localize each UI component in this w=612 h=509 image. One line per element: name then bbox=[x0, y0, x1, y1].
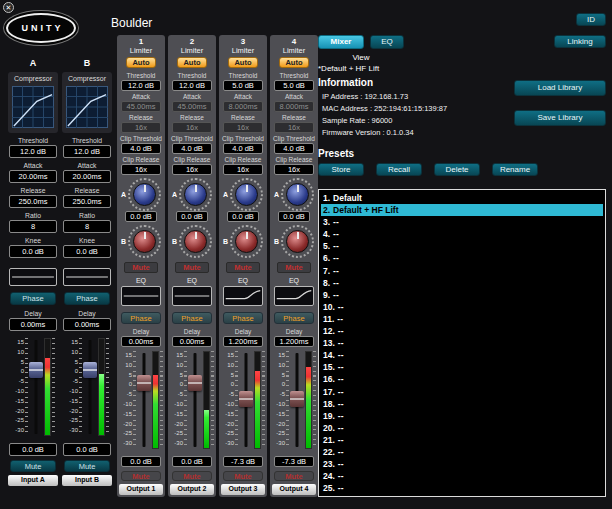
knob-b-dial[interactable] bbox=[133, 230, 156, 253]
limiter-mute-indicator[interactable]: Mute bbox=[277, 262, 311, 273]
preset-row[interactable]: 10. -- bbox=[321, 301, 603, 313]
mute-button[interactable]: Mute bbox=[121, 471, 161, 481]
eq-graph[interactable] bbox=[223, 286, 263, 306]
phase-button[interactable]: Phase bbox=[223, 312, 263, 324]
param-value-field[interactable]: 4.0 dB bbox=[274, 143, 314, 154]
limiter-knob-b[interactable] bbox=[230, 225, 263, 258]
mute-button[interactable]: Mute bbox=[274, 471, 314, 481]
input-fader[interactable] bbox=[83, 338, 97, 436]
param-value-field[interactable]: 16x bbox=[274, 122, 314, 133]
limiter-mute-indicator[interactable]: Mute bbox=[175, 262, 209, 273]
linking-button[interactable]: Linking bbox=[554, 35, 606, 48]
mute-button[interactable]: Mute bbox=[64, 460, 110, 472]
input-fader[interactable] bbox=[29, 338, 43, 436]
auto-button[interactable]: Auto bbox=[177, 57, 207, 68]
preset-row[interactable]: 23. -- bbox=[321, 458, 603, 470]
mute-button[interactable]: Mute bbox=[172, 471, 212, 481]
param-value-field[interactable]: 20.00ms bbox=[9, 170, 57, 183]
output-fader[interactable] bbox=[239, 351, 253, 449]
preset-row[interactable]: 8. -- bbox=[321, 277, 603, 289]
param-value-field[interactable]: 250.0ms bbox=[9, 195, 57, 208]
knob-b-dial[interactable] bbox=[184, 230, 207, 253]
mute-button[interactable]: Mute bbox=[223, 471, 263, 481]
mute-button[interactable]: Mute bbox=[10, 460, 56, 472]
delay-value-field[interactable]: 0.00ms bbox=[172, 336, 212, 347]
preset-row[interactable]: 9. -- bbox=[321, 289, 603, 301]
preset-row[interactable]: 20. -- bbox=[321, 422, 603, 434]
knob-b-dial[interactable] bbox=[286, 230, 309, 253]
preset-row[interactable]: 14. -- bbox=[321, 349, 603, 361]
param-value-field[interactable]: 8 bbox=[63, 220, 111, 233]
delay-value-field[interactable]: 1.200ms bbox=[274, 336, 314, 347]
preset-list[interactable]: 1. Default 2. Default + HF Lift 3. -- 4.… bbox=[318, 189, 606, 497]
fader-handle[interactable] bbox=[29, 362, 43, 378]
preset-row[interactable]: 15. -- bbox=[321, 361, 603, 373]
tab-eq[interactable]: EQ bbox=[370, 35, 404, 49]
param-value-field[interactable]: 16x bbox=[121, 164, 161, 175]
preset-row[interactable]: 17. -- bbox=[321, 386, 603, 398]
fader-handle[interactable] bbox=[137, 375, 151, 391]
output-fader[interactable] bbox=[290, 351, 304, 449]
param-value-field[interactable]: 8 bbox=[9, 220, 57, 233]
param-value-field[interactable]: 16x bbox=[274, 164, 314, 175]
limiter-mute-indicator[interactable]: Mute bbox=[226, 262, 260, 273]
knob-b-dial[interactable] bbox=[235, 230, 258, 253]
phase-button[interactable]: Phase bbox=[274, 312, 314, 324]
param-value-field[interactable]: 4.0 dB bbox=[172, 143, 212, 154]
limiter-knob-a[interactable] bbox=[128, 178, 161, 211]
preset-action-button[interactable]: Rename bbox=[492, 163, 538, 176]
preset-row[interactable]: 6. -- bbox=[321, 252, 603, 264]
param-value-field[interactable]: 0.0 dB bbox=[63, 245, 111, 258]
limiter-knob-a[interactable] bbox=[230, 178, 263, 211]
limiter-gain-value[interactable]: 0.0 dB bbox=[125, 211, 157, 222]
preset-row[interactable]: 7. -- bbox=[321, 265, 603, 277]
id-button[interactable]: ID bbox=[576, 13, 606, 26]
param-value-field[interactable]: 0.0 dB bbox=[9, 245, 57, 258]
channel-name-label[interactable]: Input B bbox=[62, 475, 112, 486]
channel-name-label[interactable]: Output 2 bbox=[170, 484, 214, 495]
preset-action-button[interactable]: Delete bbox=[434, 163, 480, 176]
fader-handle[interactable] bbox=[83, 362, 97, 378]
preset-action-button[interactable]: Store bbox=[318, 163, 364, 176]
preset-row[interactable]: 21. -- bbox=[321, 434, 603, 446]
fader-gain-value[interactable]: 0.0 dB bbox=[121, 456, 161, 467]
eq-graph[interactable] bbox=[172, 286, 212, 306]
knob-a-dial[interactable] bbox=[184, 183, 207, 206]
fader-gain-value[interactable]: 0.0 dB bbox=[63, 443, 111, 456]
eq-graph[interactable] bbox=[274, 286, 314, 306]
fader-gain-value[interactable]: 0.0 dB bbox=[9, 443, 57, 456]
param-value-field[interactable]: 12.0 dB bbox=[121, 80, 161, 91]
auto-button[interactable]: Auto bbox=[126, 57, 156, 68]
channel-name-label[interactable]: Input A bbox=[8, 475, 58, 486]
eq-graph[interactable] bbox=[9, 268, 57, 286]
auto-button[interactable]: Auto bbox=[228, 57, 258, 68]
limiter-knob-b[interactable] bbox=[281, 225, 314, 258]
limiter-knob-b[interactable] bbox=[179, 225, 212, 258]
close-icon[interactable]: ✕ bbox=[3, 2, 14, 13]
limiter-mute-indicator[interactable]: Mute bbox=[124, 262, 158, 273]
phase-button[interactable]: Phase bbox=[172, 312, 212, 324]
phase-button[interactable]: Phase bbox=[10, 292, 56, 305]
channel-name-label[interactable]: Output 4 bbox=[272, 484, 316, 495]
auto-button[interactable]: Auto bbox=[279, 57, 309, 68]
fader-handle[interactable] bbox=[290, 391, 304, 407]
compressor-panel[interactable]: Compressor bbox=[8, 72, 58, 133]
preset-row[interactable]: 5. -- bbox=[321, 240, 603, 252]
param-value-field[interactable]: 16x bbox=[172, 164, 212, 175]
knob-a-dial[interactable] bbox=[286, 183, 309, 206]
delay-value-field[interactable]: 0.00ms bbox=[63, 318, 111, 331]
tab-mixer[interactable]: Mixer bbox=[318, 35, 364, 49]
preset-action-button[interactable]: Recall bbox=[376, 163, 422, 176]
param-value-field[interactable]: 12.0 dB bbox=[172, 80, 212, 91]
eq-graph[interactable] bbox=[121, 286, 161, 306]
param-value-field[interactable]: 16x bbox=[223, 164, 263, 175]
knob-a-dial[interactable] bbox=[133, 183, 156, 206]
param-value-field[interactable]: 16x bbox=[121, 122, 161, 133]
preset-row[interactable]: 4. -- bbox=[321, 228, 603, 240]
param-value-field[interactable]: 4.0 dB bbox=[121, 143, 161, 154]
preset-row[interactable]: 2. Default + HF Lift bbox=[321, 204, 603, 216]
fader-handle[interactable] bbox=[188, 375, 202, 391]
preset-row[interactable]: 25. -- bbox=[321, 482, 603, 494]
eq-graph[interactable] bbox=[63, 268, 111, 286]
limiter-gain-value[interactable]: 0.0 dB bbox=[176, 211, 208, 222]
